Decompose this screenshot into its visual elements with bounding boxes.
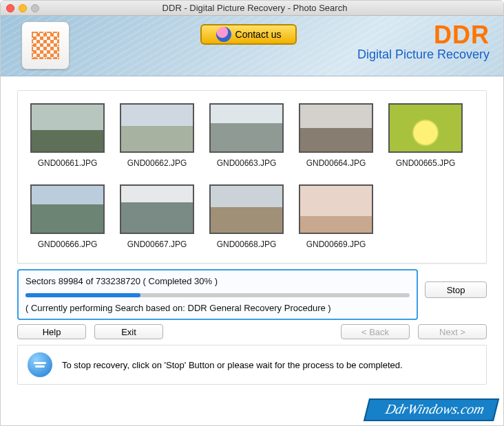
thumbnail-label: GND00668.JPG [209, 239, 284, 249]
app-window: DDR - Digital Picture Recovery - Photo S… [0, 0, 504, 426]
thumbnail-item[interactable]: GND00661.JPG [30, 103, 105, 168]
thumbnail-item[interactable]: GND00662.JPG [120, 103, 194, 168]
thumb-row-1: GND00661.JPG GND00662.JPG GND00663.JPG G… [30, 103, 474, 168]
photo-thumbnail-icon [299, 103, 373, 153]
thumbnail-label: GND00667.JPG [120, 239, 194, 249]
photo-thumbnail-icon [120, 184, 194, 234]
photo-thumbnail-icon [120, 103, 194, 153]
thumbnail-label: GND00665.JPG [388, 158, 463, 168]
bottom-button-row: Help Exit < Back Next > [17, 324, 487, 339]
thumbnail-label: GND00661.JPG [30, 158, 105, 168]
contact-us-label: Contact us [235, 29, 282, 40]
next-button: Next > [418, 324, 487, 339]
photo-thumbnail-icon [388, 103, 463, 153]
watermark: DdrWindows.com [364, 398, 499, 421]
stop-button[interactable]: Stop [425, 281, 487, 298]
sectors-text: Sectors 89984 of 733238720 ( Completed 3… [25, 276, 410, 286]
photo-thumbnail-icon [30, 103, 105, 153]
thumbnail-item[interactable]: GND00666.JPG [30, 184, 105, 249]
thumbnail-label: GND00666.JPG [30, 239, 105, 249]
exit-button[interactable]: Exit [94, 324, 163, 339]
thumbnail-item[interactable]: GND00667.JPG [120, 184, 194, 249]
help-button[interactable]: Help [17, 324, 86, 339]
photo-thumbnail-icon [299, 184, 373, 234]
thumbnail-item[interactable]: GND00665.JPG [388, 103, 463, 168]
titlebar: DDR - Digital Picture Recovery - Photo S… [1, 1, 503, 16]
thumbnail-label: GND00664.JPG [299, 158, 373, 168]
app-logo-icon [32, 32, 59, 59]
thumbnails-panel: GND00661.JPG GND00662.JPG GND00663.JPG G… [17, 90, 487, 264]
photo-thumbnail-icon [30, 184, 105, 234]
thumbnail-label: GND00662.JPG [120, 158, 194, 168]
back-button: < Back [341, 324, 410, 339]
progress-box: Sectors 89984 of 733238720 ( Completed 3… [17, 269, 418, 320]
contact-us-button[interactable]: Contact us [200, 24, 297, 45]
progress-bar [25, 293, 410, 297]
brand-block: DDR Digital Picture Recovery [357, 23, 490, 62]
progress-row: Sectors 89984 of 733238720 ( Completed 3… [17, 269, 487, 320]
app-logo-box [21, 21, 70, 70]
thumbnail-item[interactable]: GND00663.JPG [209, 103, 284, 168]
info-icon [28, 352, 52, 377]
contact-person-icon [216, 27, 231, 42]
brand-name: DDR [357, 23, 490, 47]
thumbnail-label: GND00663.JPG [209, 158, 284, 168]
photo-thumbnail-icon [209, 103, 284, 153]
main-content: GND00661.JPG GND00662.JPG GND00663.JPG G… [1, 76, 503, 425]
info-bar: To stop recovery, click on 'Stop' Button… [17, 345, 487, 385]
thumbnail-item[interactable]: GND00668.JPG [209, 184, 284, 249]
photo-thumbnail-icon [209, 184, 284, 234]
thumbnail-item[interactable]: GND00669.JPG [299, 184, 373, 249]
info-text: To stop recovery, click on 'Stop' Button… [62, 360, 403, 370]
thumb-row-2: GND00666.JPG GND00667.JPG GND00668.JPG G… [30, 184, 474, 249]
window-title: DDR - Digital Picture Recovery - Photo S… [12, 3, 498, 13]
app-header: Contact us DDR Digital Picture Recovery [1, 16, 503, 76]
progress-fill [25, 293, 140, 297]
thumbnail-label: GND00669.JPG [299, 239, 373, 249]
thumbnail-item[interactable]: GND00664.JPG [299, 103, 373, 168]
brand-subtitle: Digital Picture Recovery [357, 47, 490, 62]
method-text: ( Currently performing Search based on: … [25, 303, 410, 313]
